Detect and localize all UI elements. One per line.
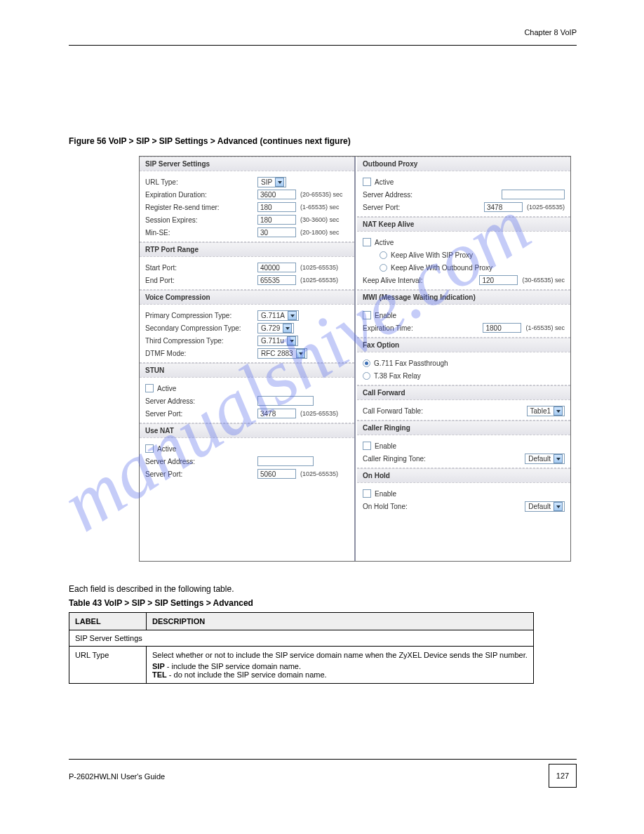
- row-url-type-label: URL Type: [69, 647, 147, 684]
- chevron-down-icon: [554, 502, 563, 511]
- chevron-down-icon: [554, 406, 563, 416]
- chevron-down-icon: [296, 349, 305, 358]
- onhold-tone-label: On Hold Tone:: [363, 503, 452, 510]
- stun-port-hint: (1025-65535): [300, 410, 338, 417]
- nat-active-checkbox[interactable]: [145, 444, 154, 453]
- keepalive-interval-input[interactable]: 120: [479, 275, 518, 285]
- section-rtp: RTP Port Range: [140, 242, 354, 257]
- min-se-label: Min-SE:: [145, 229, 257, 237]
- reg-resend-input[interactable]: 180: [257, 202, 296, 212]
- nat-port-hint: (1025-65535): [300, 470, 338, 477]
- secondary-comp-select[interactable]: G.729: [257, 323, 294, 333]
- th-desc: DESCRIPTION: [147, 613, 534, 630]
- sess-exp-input[interactable]: 180: [257, 215, 296, 225]
- onhold-tone-select[interactable]: Default: [525, 501, 565, 512]
- stun-active-label: Active: [157, 385, 176, 392]
- callfwd-select[interactable]: Table1: [527, 406, 565, 416]
- stun-addr-label: Server Address:: [145, 397, 257, 405]
- rtp-start-hint: (1025-65535): [300, 264, 338, 271]
- stun-port-input[interactable]: 3478: [257, 409, 296, 418]
- section-use-nat: Use NAT: [140, 423, 354, 438]
- th-label: LABEL: [69, 613, 147, 630]
- reg-resend-hint: (1-65535) sec: [300, 204, 340, 211]
- stun-addr-input[interactable]: [257, 396, 314, 406]
- secondary-comp-label: Secondary Compression Type:: [145, 324, 257, 332]
- section-outbound: Outbound Proxy: [357, 157, 570, 171]
- nat-port-label: Server Port:: [145, 470, 257, 478]
- third-comp-label: Third Compression Type:: [145, 337, 257, 345]
- table-intro: Each field is described in the following…: [69, 584, 577, 594]
- keepalive-sip-label: Keep Alive With SIP Proxy: [391, 251, 473, 259]
- section-ringing: Caller Ringing: [357, 421, 570, 435]
- nat-addr-input[interactable]: [257, 456, 314, 466]
- guide-label: P-2602HWLNI User's Guide: [69, 772, 165, 781]
- mwi-exp-label: Expiration Time:: [363, 324, 452, 332]
- keepalive-active-label: Active: [375, 239, 394, 246]
- keepalive-outbound-label: Keep Alive With Outbound Proxy: [391, 264, 492, 272]
- chevron-down-icon: [288, 311, 297, 320]
- mwi-exp-input[interactable]: 1800: [483, 323, 521, 333]
- ringing-enable-label: Enable: [375, 442, 396, 450]
- section-fax: Fax Option: [357, 338, 570, 352]
- rtp-end-hint: (1025-65535): [300, 277, 338, 284]
- outbound-addr-input[interactable]: [502, 190, 565, 199]
- section-stun: STUN: [140, 363, 354, 378]
- section-keepalive: NAT Keep Alive: [357, 217, 570, 232]
- url-type-select[interactable]: SIP: [257, 177, 286, 187]
- stun-active-checkbox[interactable]: [145, 384, 154, 392]
- outbound-port-input[interactable]: 3478: [484, 202, 523, 212]
- fax-g711-label: G.711 Fax Passthrough: [374, 359, 448, 367]
- fax-g711-radio[interactable]: [363, 359, 370, 367]
- screenshot-frame: SIP Server Settings URL Type: SIP Expira…: [139, 156, 571, 562]
- outbound-port-label: Server Port:: [363, 204, 452, 211]
- outbound-port-hint: (1025-65535): [527, 204, 565, 211]
- outbound-active-checkbox[interactable]: [363, 178, 371, 186]
- mwi-enable-checkbox[interactable]: [363, 311, 371, 319]
- dtmf-label: DTMF Mode:: [145, 350, 257, 357]
- stun-port-label: Server Port:: [145, 410, 257, 418]
- exp-dur-hint: (20-65535) sec: [300, 191, 343, 198]
- min-se-input[interactable]: 30: [257, 227, 296, 237]
- keepalive-interval-label: Keep Alive Interval:: [363, 277, 452, 284]
- onhold-enable-label: Enable: [375, 490, 396, 498]
- mwi-exp-hint: (1-65535) sec: [525, 324, 565, 331]
- nat-port-input[interactable]: 5060: [257, 469, 296, 479]
- keepalive-interval-hint: (30-65535) sec: [522, 277, 565, 284]
- keepalive-sip-radio[interactable]: [380, 251, 387, 259]
- nat-active-label: Active: [157, 445, 176, 453]
- outbound-active-label: Active: [375, 178, 394, 186]
- onhold-enable-checkbox[interactable]: [363, 489, 371, 498]
- section-voice: Voice Compression: [140, 290, 354, 305]
- section-onhold: On Hold: [357, 468, 570, 483]
- ringing-tone-label: Caller Ringing Tone:: [363, 455, 452, 463]
- exp-dur-input[interactable]: 3600: [257, 190, 296, 199]
- section-sip-server: SIP Server Settings: [140, 157, 354, 171]
- reg-resend-label: Register Re-send timer:: [145, 204, 257, 211]
- section-mwi: MWI (Message Waiting Indication): [357, 290, 570, 305]
- exp-dur-label: Expiration Duration:: [145, 191, 257, 199]
- nat-addr-label: Server Address:: [145, 458, 257, 465]
- sess-exp-label: Session Expires:: [145, 216, 257, 224]
- fax-t38-radio[interactable]: [363, 372, 370, 380]
- ringing-tone-select[interactable]: Default: [525, 454, 565, 464]
- rtp-start-input[interactable]: 40000: [257, 263, 296, 272]
- table-caption: Table 43 VoIP > SIP > SIP Settings > Adv…: [69, 598, 253, 608]
- rtp-end-input[interactable]: 65535: [257, 275, 296, 285]
- sess-exp-hint: (30-3600) sec: [300, 216, 340, 223]
- section-callfwd: Call Forward: [357, 385, 570, 400]
- primary-comp-select[interactable]: G.711A: [257, 310, 299, 321]
- chevron-down-icon: [283, 324, 292, 333]
- table-section-row: SIP Server Settings: [69, 630, 534, 647]
- fax-t38-label: T.38 Fax Relay: [374, 372, 421, 380]
- right-column: Outbound Proxy Active Server Address: Se…: [357, 157, 570, 561]
- third-comp-select[interactable]: G.711u: [257, 336, 298, 346]
- dtmf-select[interactable]: RFC 2883: [257, 348, 307, 359]
- url-type-label: URL Type:: [145, 178, 257, 186]
- keepalive-outbound-radio[interactable]: [380, 264, 387, 272]
- keepalive-active-checkbox[interactable]: [363, 238, 371, 246]
- ringing-enable-checkbox[interactable]: [363, 442, 371, 450]
- left-column: SIP Server Settings URL Type: SIP Expira…: [140, 157, 356, 561]
- chapter-header: Chapter 8 VoIP: [524, 28, 577, 37]
- rtp-end-label: End Port:: [145, 277, 257, 284]
- primary-comp-label: Primary Compression Type:: [145, 312, 257, 319]
